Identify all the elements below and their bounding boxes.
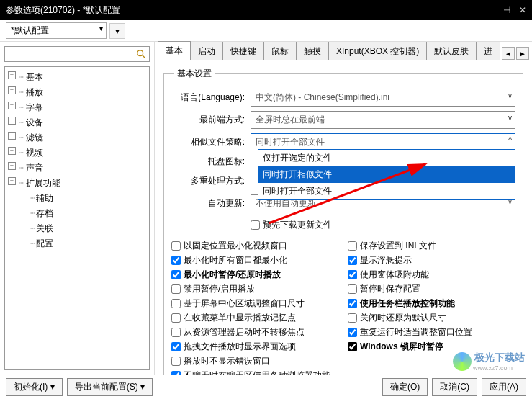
- checkbox[interactable]: [171, 357, 181, 366]
- tab-7[interactable]: 进: [476, 42, 500, 60]
- expand-icon[interactable]: +: [8, 117, 16, 125]
- checkbox[interactable]: [171, 299, 181, 308]
- tree-item-声音[interactable]: +┈声音: [8, 161, 146, 176]
- dropdown-option[interactable]: 仅打开选定的文件: [258, 150, 515, 166]
- tree-item-设备[interactable]: +┈设备: [8, 115, 146, 130]
- check-option[interactable]: 使用窗体吸附功能: [348, 269, 515, 281]
- toolbar: *默认配置 ▾: [0, 20, 532, 42]
- content: 基本启动快捷键鼠标触摸XInput(XBOX 控制器)默认皮肤进 ◄ ► 基本设…: [155, 42, 532, 375]
- expand-icon[interactable]: +: [8, 102, 16, 109]
- expand-icon[interactable]: +: [8, 147, 16, 155]
- check-label: 播放时不显示错误窗口: [184, 355, 270, 367]
- checkbox[interactable]: [348, 328, 357, 337]
- checkbox[interactable]: [348, 342, 357, 351]
- auto-update-label: 自动更新:: [171, 197, 251, 210]
- tab-6[interactable]: 默认皮肤: [426, 42, 477, 60]
- similar-files-dropdown[interactable]: 仅打开选定的文件同时打开相似文件同时打开全部文件: [258, 149, 515, 200]
- checkbox[interactable]: [171, 284, 181, 294]
- check-option[interactable]: 最小化时暂停/还原时播放: [171, 269, 339, 281]
- close-icon[interactable]: ✕: [519, 5, 526, 15]
- check-option[interactable]: 关闭时还原为默认尺寸: [348, 312, 515, 324]
- tree-item-滤镜[interactable]: +┈滤镜: [8, 130, 146, 145]
- checkbox[interactable]: [348, 313, 357, 323]
- multi-proc-label: 多重处理方式:: [171, 175, 251, 187]
- check-option[interactable]: 使用任务栏播放控制功能: [348, 297, 515, 310]
- checkbox[interactable]: [171, 241, 181, 251]
- tree-item-label: 设备: [26, 117, 43, 127]
- tab-prev-button[interactable]: ◄: [502, 47, 515, 60]
- check-option[interactable]: 显示浮悬提示: [348, 254, 515, 266]
- search-button[interactable]: [132, 47, 149, 61]
- dropdown-option[interactable]: 同时打开全部文件: [258, 183, 515, 200]
- expand-icon[interactable]: +: [8, 86, 16, 94]
- check-label: 以固定位置最小化视频窗口: [184, 240, 287, 252]
- check-label: 禁用暂停/启用播放: [184, 283, 255, 295]
- check-option[interactable]: Windows 锁屏时暂停: [348, 341, 515, 353]
- language-combo[interactable]: 中文(简体) - Chinese(Simplified).iniv: [251, 89, 515, 107]
- dropdown-option[interactable]: 同时打开相似文件: [258, 166, 515, 183]
- check-option[interactable]: 最小化时所有窗口都最小化: [171, 254, 339, 266]
- check-option[interactable]: 暂停时保存配置: [348, 283, 515, 295]
- checkbox[interactable]: [171, 256, 181, 265]
- check-option[interactable]: 禁用暂停/启用播放: [171, 283, 339, 295]
- checkbox[interactable]: [348, 299, 357, 308]
- check-label: 使用任务栏播放控制功能: [360, 297, 455, 310]
- checkbox[interactable]: [348, 270, 357, 279]
- tree-item-字幕[interactable]: +┈字幕: [8, 100, 146, 115]
- tree-item-播放[interactable]: +┈播放: [8, 85, 146, 100]
- tab-2[interactable]: 快捷键: [222, 42, 264, 60]
- expand-icon[interactable]: +: [8, 162, 16, 170]
- check-option[interactable]: 以固定位置最小化视频窗口: [171, 240, 339, 252]
- checkbox[interactable]: [348, 284, 357, 294]
- preset-add-button[interactable]: ▾: [109, 23, 125, 39]
- tab-1[interactable]: 启动: [190, 42, 223, 60]
- tab-4[interactable]: 触摸: [296, 42, 329, 60]
- check-option[interactable]: 从资源管理器启动时不转移焦点: [171, 326, 339, 339]
- checkbox[interactable]: [171, 328, 181, 337]
- chevron-down-icon: v: [508, 114, 512, 122]
- check-option[interactable]: 基于屏幕中心区域调整窗口尺寸: [171, 297, 339, 310]
- apply-button[interactable]: 应用(A): [482, 378, 526, 396]
- tab-3[interactable]: 鼠标: [263, 42, 297, 60]
- init-button[interactable]: 初始化(I) ▾: [6, 378, 63, 396]
- pin-icon[interactable]: ⊣: [503, 5, 510, 15]
- check-option[interactable]: 重复运行时适当调整窗口位置: [348, 326, 515, 339]
- similar-files-label: 相似文件策略:: [171, 136, 251, 148]
- tab-next-button[interactable]: ►: [516, 47, 529, 60]
- checks-left-column: 以固定位置最小化视频窗口最小化时所有窗口都最小化最小化时暂停/还原时播放禁用暂停…: [171, 238, 339, 375]
- checkbox[interactable]: [348, 256, 357, 265]
- checkbox[interactable]: [171, 270, 181, 279]
- preset-combo[interactable]: *默认配置: [6, 22, 107, 39]
- titlebar: 参数选项(210702) - *默认配置 ⊣ ✕: [0, 0, 532, 20]
- tree-item-视频[interactable]: +┈视频: [8, 145, 146, 161]
- tab-0[interactable]: 基本: [158, 41, 191, 60]
- predownload-check[interactable]: 预先下载更新文件: [251, 219, 332, 231]
- cancel-button[interactable]: 取消(C): [432, 378, 477, 396]
- tree-item-基本[interactable]: +┈基本: [8, 70, 146, 85]
- topmost-combo[interactable]: 全屏时总在最前端v: [251, 111, 515, 129]
- tree-item-配置[interactable]: ┈配置: [8, 236, 146, 251]
- checkbox[interactable]: [171, 371, 181, 375]
- expand-icon[interactable]: +: [8, 71, 16, 79]
- checkbox[interactable]: [171, 313, 181, 323]
- tree-item-关联[interactable]: ┈关联: [8, 221, 146, 236]
- tree-item-辅助[interactable]: ┈辅助: [8, 191, 146, 206]
- tree-item-扩展功能[interactable]: +┈扩展功能: [8, 176, 146, 191]
- sidebar: +┈基本+┈播放+┈字幕+┈设备+┈滤镜+┈视频+┈声音+┈扩展功能┈辅助┈存档…: [0, 42, 155, 375]
- check-option[interactable]: 在收藏菜单中显示播放记忆点: [171, 312, 339, 324]
- language-label: 语言(Language):: [171, 91, 251, 104]
- export-button[interactable]: 导出当前配置(S) ▾: [67, 378, 153, 396]
- tab-5[interactable]: XInput(XBOX 控制器): [328, 42, 427, 60]
- expand-icon[interactable]: +: [8, 177, 16, 185]
- expand-icon[interactable]: +: [8, 132, 16, 140]
- checkbox[interactable]: [171, 342, 181, 351]
- check-option[interactable]: 拖拽文件播放时显示界面选项: [171, 341, 339, 353]
- nav-tree[interactable]: +┈基本+┈播放+┈字幕+┈设备+┈滤镜+┈视频+┈声音+┈扩展功能┈辅助┈存档…: [4, 66, 150, 370]
- ok-button[interactable]: 确定(O): [382, 378, 428, 396]
- check-option[interactable]: 不聊天时在聊天区使用各种浏览器功能: [171, 369, 339, 375]
- search-input[interactable]: [5, 47, 132, 61]
- tree-item-存档[interactable]: ┈存档: [8, 206, 146, 221]
- checkbox[interactable]: [348, 241, 357, 251]
- check-option[interactable]: 播放时不显示错误窗口: [171, 355, 339, 367]
- check-option[interactable]: 保存设置到 INI 文件: [348, 240, 515, 252]
